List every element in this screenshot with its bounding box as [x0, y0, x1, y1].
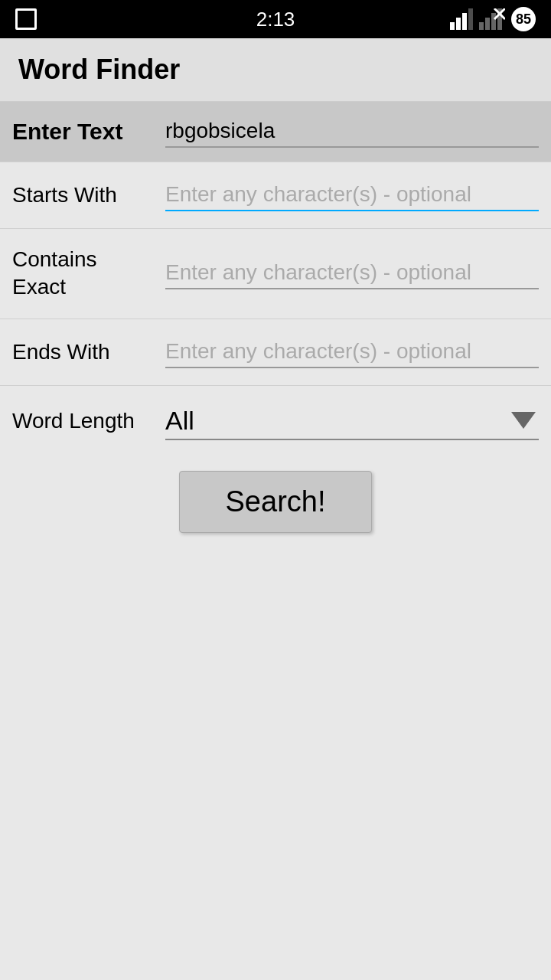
starts-with-label: Starts With	[12, 183, 165, 207]
contains-exact-input[interactable]	[165, 257, 539, 289]
status-bar: 2:13 85	[0, 0, 551, 38]
ends-with-input[interactable]	[165, 336, 539, 368]
svg-rect-2	[462, 13, 467, 30]
status-time: 2:13	[256, 8, 295, 31]
starts-with-row: Starts With	[0, 162, 551, 229]
battery-icon: 85	[511, 7, 536, 31]
square-icon	[15, 8, 37, 30]
contains-exact-row: Contains Exact	[0, 229, 551, 319]
svg-rect-6	[491, 13, 496, 30]
enter-text-input[interactable]	[165, 116, 539, 148]
svg-rect-0	[450, 22, 455, 30]
word-length-row: Word Length All	[0, 386, 551, 448]
status-bar-left	[15, 8, 37, 30]
starts-with-input[interactable]	[165, 179, 539, 211]
main-content: Enter Text Starts With Contains Exact En…	[0, 102, 551, 564]
svg-rect-3	[468, 8, 473, 30]
signal-icon	[450, 8, 473, 30]
search-button-row: Search!	[0, 448, 551, 564]
ends-with-row: Ends With	[0, 319, 551, 386]
contains-exact-label: Contains Exact	[12, 246, 165, 302]
word-length-label: Word Length	[12, 409, 165, 433]
enter-text-label: Enter Text	[12, 119, 165, 145]
app-header: Word Finder	[0, 38, 551, 102]
svg-rect-1	[456, 18, 461, 30]
enter-text-row: Enter Text	[0, 102, 551, 162]
svg-rect-4	[479, 22, 484, 30]
dropdown-arrow-icon	[511, 412, 536, 429]
word-length-dropdown[interactable]: All	[165, 403, 539, 440]
svg-rect-5	[485, 18, 490, 30]
signal-x-icon	[479, 8, 505, 30]
app-title: Word Finder	[18, 54, 533, 86]
ends-with-label: Ends With	[12, 340, 165, 364]
word-length-value: All	[165, 403, 511, 439]
status-bar-right: 85	[450, 7, 536, 31]
search-button[interactable]: Search!	[179, 471, 373, 533]
